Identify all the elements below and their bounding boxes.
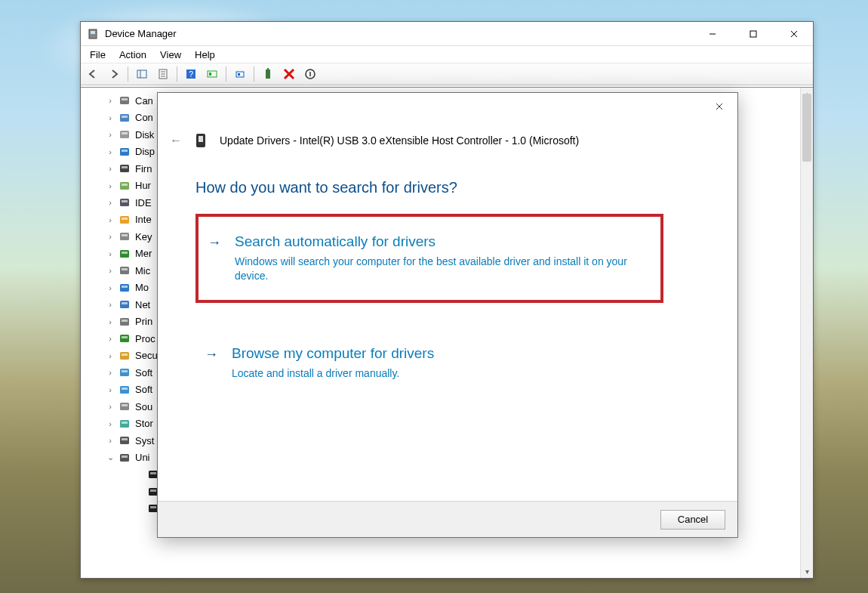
expand-icon[interactable]: › — [106, 198, 114, 207]
app-icon — [87, 28, 99, 40]
tree-item-label: Net — [135, 299, 150, 310]
software2-icon — [119, 384, 131, 396]
tree-item-label: Proc — [135, 333, 155, 344]
svg-rect-47 — [122, 302, 128, 304]
display-icon — [119, 146, 131, 158]
svg-rect-35 — [122, 200, 128, 202]
expand-icon[interactable]: › — [106, 215, 114, 224]
toolbar: ? — [81, 63, 813, 85]
storage-icon — [119, 418, 131, 430]
expand-icon[interactable]: › — [106, 147, 114, 156]
expand-icon[interactable]: › — [106, 96, 114, 105]
svg-rect-6 — [137, 70, 146, 78]
show-hide-console-tree-icon[interactable] — [133, 65, 151, 83]
expand-icon[interactable]: › — [106, 130, 114, 139]
svg-rect-55 — [122, 370, 128, 372]
security-icon — [119, 350, 131, 362]
enable-device-icon[interactable] — [259, 65, 277, 83]
svg-rect-3 — [750, 31, 756, 37]
expand-icon[interactable]: › — [106, 368, 114, 377]
uninstall-device-icon[interactable] — [301, 65, 319, 83]
svg-rect-43 — [122, 268, 128, 270]
tree-item-label: Hur — [135, 180, 151, 191]
nav-forward-icon[interactable] — [105, 65, 123, 83]
expand-icon[interactable]: › — [106, 334, 114, 343]
option1-desc: Windows will search your computer for th… — [235, 255, 653, 283]
option-search-automatically[interactable]: → Search automatically for drivers Windo… — [195, 214, 663, 303]
update-driver-icon[interactable] — [231, 65, 249, 83]
expand-icon[interactable]: › — [106, 249, 114, 258]
tree-item-label: Disk — [135, 129, 154, 141]
expand-icon[interactable]: › — [106, 317, 114, 326]
back-icon[interactable]: ← — [170, 134, 182, 147]
close-button[interactable] — [777, 23, 811, 45]
computer-icon — [119, 112, 131, 124]
svg-rect-27 — [122, 132, 128, 134]
scroll-down-icon[interactable]: ▾ — [801, 565, 813, 578]
tree-item-label: Con — [135, 112, 153, 123]
cancel-button[interactable]: Cancel — [660, 510, 725, 530]
expand-icon[interactable]: › — [106, 351, 114, 360]
expand-icon[interactable]: › — [106, 402, 114, 411]
usb-icon — [119, 452, 131, 464]
toolbar-sep — [177, 66, 177, 82]
svg-rect-59 — [122, 404, 128, 406]
dialog-header: ← Update Drivers - Intel(R) USB 3.0 eXte… — [170, 132, 579, 149]
svg-rect-63 — [122, 438, 128, 440]
titlebar[interactable]: Device Manager — [81, 22, 813, 46]
expand-icon[interactable]: ⌄ — [106, 452, 114, 462]
vertical-scrollbar[interactable]: ▴ ▾ — [800, 88, 813, 578]
window-title: Device Manager — [105, 28, 689, 39]
svg-rect-49 — [122, 320, 128, 322]
tree-item-label: Key — [135, 231, 152, 242]
menu-file[interactable]: File — [84, 48, 112, 62]
expand-icon[interactable]: › — [106, 419, 114, 428]
firmware-icon — [119, 162, 131, 175]
tree-item-label: Sou — [135, 401, 152, 412]
help-icon[interactable]: ? — [182, 65, 200, 83]
hid-icon — [119, 180, 131, 192]
toolbar-sep — [128, 66, 128, 82]
svg-rect-41 — [122, 252, 128, 254]
option2-title: Browse my computer for drivers — [232, 345, 656, 362]
expand-icon[interactable]: › — [106, 164, 114, 173]
expand-icon[interactable]: › — [106, 283, 114, 292]
expand-icon[interactable]: › — [106, 181, 114, 190]
tree-item-label: Syst — [135, 435, 154, 446]
svg-rect-53 — [122, 354, 128, 356]
option-browse-computer[interactable]: → Browse my computer for drivers Locate … — [195, 329, 663, 397]
svg-rect-69 — [150, 490, 156, 492]
scroll-thumb[interactable] — [802, 94, 811, 162]
svg-rect-33 — [122, 184, 128, 186]
printer-icon — [119, 316, 131, 328]
expand-icon[interactable]: › — [106, 113, 114, 122]
dialog-title: Update Drivers - Intel(R) USB 3.0 eXtens… — [220, 134, 579, 147]
expand-icon[interactable]: › — [106, 436, 114, 445]
monitor-icon — [119, 282, 131, 294]
expand-icon[interactable]: › — [106, 266, 114, 275]
sound-icon — [119, 400, 131, 412]
tree-item-label: Inte — [135, 214, 152, 225]
disable-device-icon[interactable] — [280, 65, 298, 83]
menu-view[interactable]: View — [154, 48, 187, 62]
tree-item-label: Soft — [135, 384, 152, 395]
svg-rect-17 — [238, 73, 240, 76]
svg-rect-14 — [208, 71, 217, 77]
nav-back-icon[interactable] — [84, 65, 102, 83]
svg-rect-57 — [122, 388, 128, 390]
svg-rect-1 — [91, 31, 95, 34]
svg-rect-51 — [122, 336, 128, 338]
properties-icon[interactable] — [154, 65, 172, 83]
maximize-button[interactable] — [736, 23, 771, 45]
expand-icon[interactable]: › — [106, 232, 114, 241]
expand-icon[interactable]: › — [106, 385, 114, 394]
dialog-close-button[interactable] — [707, 97, 731, 116]
svg-rect-25 — [122, 116, 128, 118]
minimize-button[interactable] — [695, 23, 730, 45]
software1-icon — [119, 366, 131, 378]
expand-icon[interactable]: › — [106, 300, 114, 309]
toolbar-sep — [226, 66, 226, 82]
menu-action[interactable]: Action — [113, 48, 152, 62]
scan-hardware-icon[interactable] — [203, 65, 221, 83]
menu-help[interactable]: Help — [189, 48, 221, 62]
